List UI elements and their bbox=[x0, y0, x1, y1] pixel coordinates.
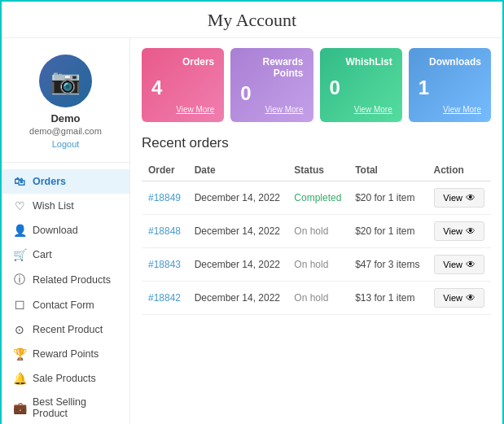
order-total-cell: $13 for 1 item bbox=[348, 282, 427, 315]
sidebar-item-contact-form[interactable]: ☐ Contact Form bbox=[2, 293, 129, 317]
sidebar-item-best-selling-label: Best Selling Product bbox=[33, 396, 118, 419]
sidebar-item-orders-label: Orders bbox=[33, 176, 66, 187]
sidebar-item-download[interactable]: 👤 Download bbox=[2, 218, 129, 243]
wishlist-card-title: WhishList bbox=[330, 56, 392, 68]
col-total: Total bbox=[348, 160, 427, 181]
sidebar-item-cart-label: Cart bbox=[33, 249, 52, 260]
stat-card-downloads: Downloads 1 View More bbox=[409, 48, 491, 122]
page-wrapper: My Account 📷 Demo demo@gmail.com Logout … bbox=[0, 0, 504, 424]
order-action-cell: View 👁 bbox=[427, 181, 492, 215]
related-products-icon: ⓘ bbox=[13, 273, 26, 287]
sidebar-item-orders[interactable]: 🛍 Orders bbox=[2, 169, 129, 194]
orders-table: Order Date Status Total Action #18849 De… bbox=[142, 160, 491, 315]
main-content: Orders 4 View More Rewards Points 0 View… bbox=[130, 38, 502, 424]
sidebar-item-sale-products-label: Sale Products bbox=[33, 373, 96, 384]
order-id-cell: #18843 bbox=[142, 248, 188, 282]
col-status: Status bbox=[287, 160, 348, 181]
table-row: #18842 December 14, 2022 On hold $13 for… bbox=[142, 282, 491, 315]
rewards-card-title: Rewards Points bbox=[240, 56, 303, 79]
eye-icon: 👁 bbox=[466, 259, 476, 270]
order-action-cell: View 👁 bbox=[427, 215, 492, 248]
stat-cards: Orders 4 View More Rewards Points 0 View… bbox=[142, 48, 491, 122]
sidebar-item-best-selling[interactable]: 💼 Best Selling Product bbox=[2, 391, 129, 424]
download-icon: 👤 bbox=[13, 224, 26, 237]
table-row: #18849 December 14, 2022 Completed $20 f… bbox=[142, 181, 491, 215]
sidebar: 📷 Demo demo@gmail.com Logout 🛍 Orders ♡ … bbox=[2, 38, 130, 424]
downloads-card-value: 1 bbox=[419, 76, 481, 99]
order-date-cell: December 14, 2022 bbox=[188, 248, 288, 282]
downloads-card-link[interactable]: View More bbox=[419, 105, 481, 114]
user-name: Demo bbox=[2, 112, 129, 125]
eye-icon: 👁 bbox=[466, 225, 476, 237]
sidebar-item-contact-form-label: Contact Form bbox=[33, 299, 94, 311]
order-total-cell: $20 for 1 item bbox=[348, 181, 427, 215]
best-selling-icon: 💼 bbox=[13, 401, 26, 414]
sidebar-item-wishlist-label: Wish List bbox=[33, 200, 74, 212]
sidebar-item-reward-points-label: Reward Points bbox=[33, 348, 99, 360]
sidebar-item-recent-product-label: Recent Product bbox=[33, 324, 103, 335]
downloads-card-title: Downloads bbox=[419, 56, 481, 68]
stat-card-rewards: Rewards Points 0 View More bbox=[230, 48, 313, 122]
reward-points-icon: 🏆 bbox=[13, 348, 26, 361]
avatar-icon: 📷 bbox=[50, 67, 81, 95]
eye-icon: 👁 bbox=[466, 292, 476, 304]
sidebar-item-related-products-label: Related Products bbox=[33, 274, 111, 286]
orders-card-title: Orders bbox=[151, 56, 214, 68]
orders-card-value: 4 bbox=[151, 76, 214, 99]
order-total-cell: $20 for 1 item bbox=[348, 215, 427, 248]
contact-form-icon: ☐ bbox=[13, 299, 26, 312]
main-layout: 📷 Demo demo@gmail.com Logout 🛍 Orders ♡ … bbox=[2, 37, 502, 424]
sidebar-item-wishlist[interactable]: ♡ Wish List bbox=[2, 194, 129, 218]
order-total-cell: $47 for 3 items bbox=[348, 248, 427, 282]
table-row: #18843 December 14, 2022 On hold $47 for… bbox=[142, 248, 491, 282]
page-title: My Account bbox=[2, 2, 502, 37]
order-date-cell: December 14, 2022 bbox=[188, 181, 288, 215]
order-action-cell: View 👁 bbox=[427, 248, 492, 282]
cart-icon: 🛒 bbox=[13, 248, 26, 261]
col-action: Action bbox=[427, 160, 492, 181]
col-order: Order bbox=[142, 160, 188, 181]
stat-card-wishlist: WhishList 0 View More bbox=[320, 48, 402, 122]
logout-link[interactable]: Logout bbox=[52, 139, 80, 149]
order-date-cell: December 14, 2022 bbox=[188, 215, 288, 248]
stat-card-orders: Orders 4 View More bbox=[142, 48, 224, 122]
sale-products-icon: 🔔 bbox=[13, 372, 26, 385]
eye-icon: 👁 bbox=[466, 192, 476, 203]
nav-list: 🛍 Orders ♡ Wish List 👤 Download 🛒 Cart ⓘ bbox=[2, 169, 129, 424]
rewards-card-value: 0 bbox=[240, 82, 303, 105]
order-action-cell: View 👁 bbox=[427, 282, 492, 315]
avatar: 📷 bbox=[39, 55, 92, 107]
order-status-cell: On hold bbox=[287, 248, 348, 282]
orders-card-link[interactable]: View More bbox=[151, 105, 214, 114]
orders-icon: 🛍 bbox=[13, 175, 26, 188]
order-status-cell: On hold bbox=[287, 215, 348, 248]
user-info: 📷 Demo demo@gmail.com Logout bbox=[2, 46, 129, 163]
view-button[interactable]: View 👁 bbox=[434, 288, 484, 308]
sidebar-item-related-products[interactable]: ⓘ Related Products bbox=[2, 267, 129, 293]
order-status-cell: Completed bbox=[287, 181, 348, 215]
order-id-cell: #18848 bbox=[142, 215, 188, 248]
order-status-cell: On hold bbox=[287, 282, 348, 315]
sidebar-item-sale-products[interactable]: 🔔 Sale Products bbox=[2, 366, 129, 391]
sidebar-item-download-label: Download bbox=[33, 225, 78, 236]
sidebar-item-cart[interactable]: 🛒 Cart bbox=[2, 243, 129, 267]
col-date: Date bbox=[188, 160, 288, 181]
wishlist-card-link[interactable]: View More bbox=[330, 105, 392, 114]
view-button[interactable]: View 👁 bbox=[434, 255, 484, 274]
rewards-card-link[interactable]: View More bbox=[240, 105, 303, 114]
sidebar-item-reward-points[interactable]: 🏆 Reward Points bbox=[2, 342, 129, 366]
table-row: #18848 December 14, 2022 On hold $20 for… bbox=[142, 215, 491, 248]
view-button[interactable]: View 👁 bbox=[434, 188, 484, 208]
user-email: demo@gmail.com bbox=[2, 126, 129, 136]
order-id-cell: #18849 bbox=[142, 181, 188, 215]
wishlist-card-value: 0 bbox=[330, 76, 392, 99]
wishlist-icon: ♡ bbox=[13, 199, 26, 212]
order-id-cell: #18842 bbox=[142, 282, 188, 315]
recent-orders-title: Recent orders bbox=[142, 135, 491, 151]
view-button[interactable]: View 👁 bbox=[434, 221, 484, 241]
recent-product-icon: ⊙ bbox=[13, 323, 26, 336]
sidebar-item-recent-product[interactable]: ⊙ Recent Product bbox=[2, 317, 129, 342]
order-date-cell: December 14, 2022 bbox=[188, 282, 288, 315]
